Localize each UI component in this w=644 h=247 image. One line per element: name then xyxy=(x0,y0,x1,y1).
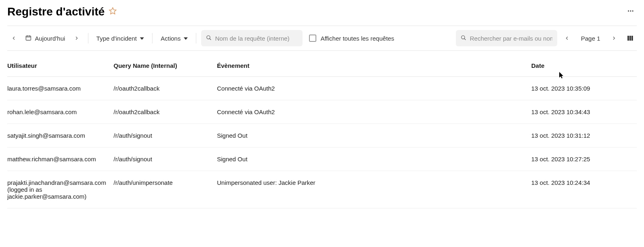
table-row[interactable]: prajakti.jinachandran@samsara.com (logge… xyxy=(7,171,637,208)
cell-user: satyajit.singh@samsara.com xyxy=(7,124,114,147)
page-prev-button[interactable] xyxy=(560,31,573,46)
divider xyxy=(152,33,152,43)
cell-date: 13 oct. 2023 10:35:09 xyxy=(531,77,637,100)
cell-query: /r/auth/signout xyxy=(114,124,217,147)
page-indicator: Page 1 xyxy=(577,35,604,42)
table-row[interactable]: rohan.lele@samsara.com/r/oauth2callbackC… xyxy=(7,100,637,124)
date-range-selector[interactable]: Aujourd'hui xyxy=(24,35,67,42)
cell-event: Unimpersonated user: Jackie Parker xyxy=(217,171,531,208)
cell-query: /r/auth/unimpersonate xyxy=(114,171,217,208)
page-next-button[interactable] xyxy=(608,31,620,46)
svg-point-0 xyxy=(628,11,629,12)
svg-rect-6 xyxy=(627,36,629,41)
show-all-label: Afficher toutes les requêtes xyxy=(320,35,394,42)
cell-event: Connecté via OAuth2 xyxy=(217,100,531,124)
cell-date: 13 oct. 2023 10:31:12 xyxy=(531,124,637,147)
cell-query: /r/auth/signout xyxy=(114,147,217,171)
cell-user: laura.torres@samsara.com xyxy=(7,77,114,100)
activity-table: Utilisateur Query Name (Internal) Évènem… xyxy=(7,51,637,208)
date-range-label: Aujourd'hui xyxy=(35,35,65,42)
search-icon xyxy=(461,35,466,42)
cell-user: matthew.richman@samsara.com xyxy=(7,147,114,171)
svg-point-4 xyxy=(207,35,210,39)
toolbar: Aujourd'hui Type d'incident Actions xyxy=(7,26,637,50)
cell-date: 13 oct. 2023 10:24:34 xyxy=(531,171,637,208)
divider xyxy=(196,33,196,43)
divider xyxy=(88,33,88,43)
table-row[interactable]: laura.torres@samsara.com/r/oauth2callbac… xyxy=(7,77,637,100)
col-header-query[interactable]: Query Name (Internal) xyxy=(114,51,217,77)
svg-rect-7 xyxy=(629,36,631,41)
svg-point-1 xyxy=(630,11,631,12)
search-email-input[interactable] xyxy=(470,35,552,42)
caret-down-icon xyxy=(140,35,144,42)
date-prev-button[interactable] xyxy=(7,31,20,46)
actions-dropdown[interactable]: Actions xyxy=(157,31,191,46)
cell-event: Connecté via OAuth2 xyxy=(217,77,531,100)
svg-rect-3 xyxy=(26,36,31,40)
svg-point-5 xyxy=(462,35,465,39)
col-header-date[interactable]: Date xyxy=(531,51,637,77)
search-email-box[interactable] xyxy=(456,30,557,46)
incident-type-dropdown[interactable]: Type d'incident xyxy=(93,31,148,46)
table-row[interactable]: satyajit.singh@samsara.com/r/auth/signou… xyxy=(7,124,637,147)
svg-rect-8 xyxy=(631,36,633,41)
svg-point-2 xyxy=(632,11,633,12)
date-next-button[interactable] xyxy=(70,31,83,46)
favorite-star-icon[interactable] xyxy=(109,7,117,16)
search-icon xyxy=(206,35,212,42)
cell-user: rohan.lele@samsara.com xyxy=(7,100,114,124)
cell-query: /r/oauth2callback xyxy=(114,77,217,100)
cell-date: 13 oct. 2023 10:34:43 xyxy=(531,100,637,124)
caret-down-icon xyxy=(184,35,188,42)
columns-settings-button[interactable] xyxy=(624,31,637,46)
calendar-icon xyxy=(25,35,32,42)
page-header: Registre d'activité xyxy=(7,5,637,26)
show-all-requests-checkbox[interactable]: Afficher toutes les requêtes xyxy=(306,35,397,42)
page-title: Registre d'activité xyxy=(7,5,105,18)
cell-event: Signed Out xyxy=(217,147,531,171)
cell-user: prajakti.jinachandran@samsara.com (logge… xyxy=(7,171,114,208)
incident-type-label: Type d'incident xyxy=(97,35,137,42)
cell-date: 13 oct. 2023 10:27:25 xyxy=(531,147,637,171)
col-header-user[interactable]: Utilisateur xyxy=(7,51,114,77)
cell-query: /r/oauth2callback xyxy=(114,100,217,124)
search-query-box[interactable] xyxy=(201,30,303,46)
checkbox-box[interactable] xyxy=(309,35,316,42)
search-query-input[interactable] xyxy=(215,35,298,42)
table-row[interactable]: matthew.richman@samsara.com/r/auth/signo… xyxy=(7,147,637,171)
actions-label: Actions xyxy=(161,35,180,42)
cell-event: Signed Out xyxy=(217,124,531,147)
col-header-event[interactable]: Évènement xyxy=(217,51,531,77)
more-menu-icon[interactable] xyxy=(625,5,637,18)
